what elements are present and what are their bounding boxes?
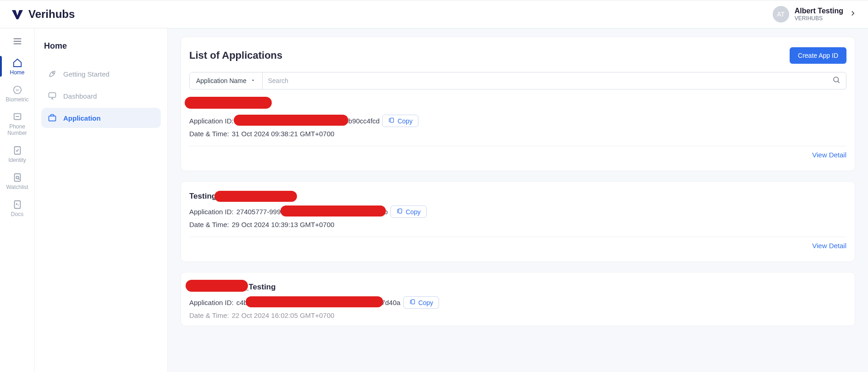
svg-point-18 — [834, 77, 839, 82]
application-id-line: Application ID: 27405777-9995- b Copy — [189, 205, 846, 218]
rail-item-home[interactable]: Home — [0, 53, 34, 79]
copy-button[interactable]: Copy — [390, 205, 427, 218]
application-card: Testing_ Application ID: 27405777-9995- … — [181, 181, 855, 262]
copy-label: Copy — [418, 299, 434, 306]
search-icon — [832, 76, 841, 86]
datetime-label: Date & Time: — [189, 221, 229, 228]
redacted-name — [189, 100, 272, 108]
view-detail-link[interactable]: View Detail — [812, 151, 846, 159]
home-icon — [12, 58, 22, 68]
secondary-title: Home — [44, 41, 161, 51]
biometric-icon: AI — [12, 85, 22, 95]
copy-button[interactable]: Copy — [403, 296, 439, 309]
main-rail: Home AI Biometric Phone Number Identity … — [0, 28, 35, 372]
search-bar: Application Name — [189, 72, 846, 89]
sidebar-item-application[interactable]: Application — [41, 108, 161, 128]
app-id-suffix: 7d40a — [381, 299, 401, 306]
rail-item-identity[interactable]: Identity — [0, 141, 34, 167]
sidebar-item-label: Application — [63, 114, 101, 122]
app-id-label: Application ID: — [189, 117, 234, 125]
rail-label: Identity — [6, 157, 28, 163]
page-title: List of Applications — [189, 50, 282, 61]
rail-item-watchlist[interactable]: Watchlist — [0, 168, 34, 194]
rail-item-phone[interactable]: Phone Number — [0, 107, 34, 139]
svg-point-13 — [52, 72, 54, 74]
svg-rect-17 — [49, 116, 56, 121]
copy-button[interactable]: Copy — [382, 115, 418, 127]
redacted-id — [250, 299, 379, 306]
caret-down-icon — [250, 77, 256, 84]
rail-label: Home — [8, 70, 26, 76]
create-app-button[interactable]: Create App ID — [790, 47, 846, 64]
datetime-label: Date & Time: — [189, 130, 229, 138]
svg-rect-20 — [390, 118, 394, 122]
app-id-value: 6b90cc4fcd — [345, 117, 380, 125]
clipboard-icon — [388, 117, 395, 125]
application-datetime-line: Date & Time: 31 Oct 2024 09:38:21 GMT+07… — [189, 130, 846, 138]
app-name-suffix: _Testing — [244, 283, 276, 291]
copy-label: Copy — [397, 117, 412, 125]
phone-icon — [12, 112, 22, 122]
application-name: _Testing — [189, 283, 846, 292]
rail-label: Phone Number — [0, 124, 34, 136]
rail-label: Docs — [9, 211, 25, 217]
briefcase-icon — [48, 113, 57, 122]
brand-logo-icon — [11, 9, 24, 19]
application-id-line: Application ID: c4b 7d40a Copy — [189, 296, 846, 309]
svg-rect-14 — [49, 93, 56, 97]
user-name: Albert Testing — [795, 6, 843, 15]
rail-label: Watchlist — [4, 184, 30, 190]
svg-text:AI: AI — [16, 88, 19, 92]
chevron-right-icon — [849, 9, 857, 19]
sidebar-item-label: Dashboard — [63, 92, 97, 100]
identity-icon — [12, 145, 22, 155]
avatar: AT — [773, 6, 789, 22]
copy-label: Copy — [406, 208, 421, 216]
application-datetime-line: Date & Time: 22 Oct 2024 16:02:05 GMT+07… — [189, 311, 846, 319]
redacted-id — [290, 208, 381, 216]
rocket-icon — [48, 69, 57, 78]
redacted-name — [221, 193, 294, 201]
svg-line-19 — [838, 81, 839, 83]
application-datetime-line: Date & Time: 29 Oct 2024 10:39:13 GMT+07… — [189, 221, 846, 228]
secondary-nav: Home Getting Started Dashboard Applicati… — [35, 28, 168, 372]
menu-toggle[interactable] — [6, 32, 28, 50]
sidebar-item-dashboard[interactable]: Dashboard — [41, 86, 161, 106]
list-header-card: List of Applications Create App ID Appli… — [181, 37, 855, 171]
datetime-value: 22 Oct 2024 16:02:05 GMT+0700 — [232, 311, 335, 319]
application-id-line: Application ID: 6b90cc4fcd Copy — [189, 115, 846, 127]
clipboard-icon — [396, 208, 403, 216]
svg-line-10 — [18, 178, 19, 180]
brand: Verihubs — [11, 8, 75, 21]
application-card: Application ID: 6b90cc4fcd Copy Date & T… — [189, 100, 846, 159]
sidebar-item-label: Getting Started — [63, 70, 110, 78]
svg-rect-21 — [399, 209, 402, 213]
filter-label: Application Name — [196, 77, 247, 84]
top-header: Verihubs AT Albert Testing VERIHUBS — [0, 0, 868, 28]
redacted-id — [236, 117, 342, 125]
watchlist-icon — [12, 172, 22, 183]
docs-icon — [12, 200, 22, 210]
search-input[interactable] — [268, 72, 832, 89]
view-detail-link[interactable]: View Detail — [812, 242, 846, 250]
app-id-prefix: 27405777-9995- — [236, 208, 287, 216]
user-menu[interactable]: AT Albert Testing VERIHUBS — [773, 6, 857, 22]
user-org: VERIHUBS — [795, 15, 843, 22]
monitor-icon — [48, 91, 57, 100]
rail-label: Biometric — [4, 97, 30, 103]
brand-name: Verihubs — [28, 8, 75, 21]
application-name: Testing_ — [189, 192, 846, 201]
sidebar-item-getting-started[interactable]: Getting Started — [41, 64, 161, 84]
content-area: List of Applications Create App ID Appli… — [168, 28, 868, 372]
clipboard-icon — [409, 299, 416, 306]
rail-item-biometric[interactable]: AI Biometric — [0, 80, 34, 106]
app-id-label: Application ID: — [189, 208, 234, 216]
datetime-value: 29 Oct 2024 10:39:13 GMT+0700 — [232, 221, 335, 228]
divider — [189, 237, 846, 237]
divider — [189, 146, 846, 146]
filter-select[interactable]: Application Name — [190, 72, 263, 89]
rail-item-docs[interactable]: Docs — [0, 195, 34, 221]
redacted-name — [189, 283, 244, 292]
datetime-label: Date & Time: — [189, 311, 229, 319]
user-text: Albert Testing VERIHUBS — [795, 6, 843, 22]
